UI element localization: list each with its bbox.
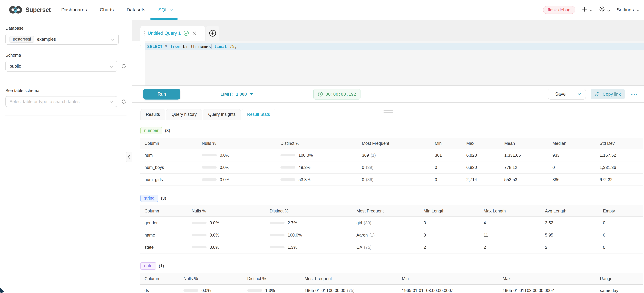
query-tab-untitled-query-1[interactable]: Untitled Query 1 [140,26,205,41]
cell-count: (39) [366,165,374,170]
percent-bar [202,178,217,181]
table-cell: 1,331.65 [504,153,552,158]
table-cell: 100.0% [269,233,356,238]
sql-token [168,44,170,49]
table-cell: 1965-01-01T03:00:00.000Z [502,288,599,293]
cell-count: (36) [366,177,374,182]
south-pane: ResultsQuery historyQuery InsightsResult… [132,109,644,293]
table-select[interactable]: Select table or type to search tables [6,96,117,107]
close-tab-icon[interactable] [192,31,196,35]
theme-menu[interactable] [599,6,610,14]
table-cell: 0 [602,233,643,238]
main-menu: Dashboards Charts Datasets SQL [55,0,180,20]
column-header: Min [434,141,466,146]
limit-dropdown[interactable]: LIMIT: 1 000 [220,92,253,97]
superset-logo-icon [9,6,22,14]
mouse-cursor [0,287,6,293]
percent-bar [280,166,296,168]
brand-name: Superset [26,6,51,14]
table-cell: 0(36) [361,177,434,182]
new-menu[interactable] [582,6,592,14]
resize-drag-handle[interactable] [384,110,393,113]
table-cell: 553.53 [504,177,552,182]
type-badge-row: string(3) [140,195,638,202]
add-query-tab-button[interactable] [206,26,220,41]
column-header: Min [401,276,502,281]
stats-section-date: date(1)ColumnNulls %Distinct %Most Frequ… [140,262,638,293]
column-header: Nulls % [183,276,246,281]
sql-lab-sidebar: Database postgresql examples Schema publ… [0,20,132,293]
sql-code-line: SELECT * from birth_names limit 75; [147,44,237,50]
sql-token: 75 [230,44,234,49]
sql-token: ; [234,44,237,49]
percent-value: 0.0% [210,245,219,250]
percent-bar [202,166,217,168]
stats-section-string: string(3)ColumnNulls %Distinct %Most Fre… [140,195,638,254]
sql-token: from [170,44,180,49]
table-cell: 4 [483,220,544,225]
percent-value: 0.0% [220,153,230,158]
sidebar-divider [6,115,126,116]
cell-count: (1) [370,233,375,238]
tab-query-history[interactable]: Query history [166,109,202,120]
sql-token: * [165,44,168,49]
column-header: Column [140,208,191,214]
cell-count: (75) [364,245,372,250]
timer-value: 00:00:00.192 [326,92,356,97]
run-button[interactable]: Run [143,89,180,100]
top-nav: Superset Dashboards Charts Datasets SQL … [0,0,644,20]
tab-results[interactable]: Results [140,109,165,120]
copy-link-button[interactable]: Copy link [591,89,625,99]
save-options-button[interactable] [573,89,586,99]
collapse-sidebar-button[interactable] [126,152,132,162]
column-header: Column [140,141,201,146]
table-header-row: ColumnNulls %Distinct %Most FrequentMinM… [140,273,643,284]
column-count: (1) [159,264,164,268]
cell-count: (39) [364,220,371,225]
sql-code-editor[interactable]: 1 SELECT * from birth_names limit 75; [132,41,644,86]
table-cell: 0.0% [201,177,280,182]
percent-bar [192,222,206,224]
more-actions-button[interactable] [630,92,638,97]
table-cell: 2 [483,245,544,250]
column-header: Column [140,276,183,281]
percent-value: 0.0% [220,165,230,170]
table-header-row: ColumnNulls %Distinct %Most FrequentMin … [140,205,643,217]
superset-logo[interactable]: Superset [9,6,51,14]
refresh-tables-icon[interactable] [121,99,126,104]
table-cell: girl(39) [356,220,423,225]
refresh-schemas-icon[interactable] [121,64,126,69]
percent-value: 2.7% [288,220,297,225]
schema-select[interactable]: public [6,61,117,72]
table-cell: 5.95 [544,233,602,238]
nav-item-datasets[interactable]: Datasets [120,0,152,20]
percent-bar [270,246,284,248]
nav-item-dashboards[interactable]: Dashboards [55,0,93,20]
environment-tag: flask-debug [543,6,575,14]
save-split-button: Save [548,89,586,100]
table-cell: 0.0% [191,220,269,225]
percent-value: 1.3% [265,288,275,293]
tab-query-insights[interactable]: Query Insights [203,109,241,120]
query-timer: 00:00:00.192 [313,89,361,100]
schema-label: Schema [6,53,126,58]
table-cell: 1,331.36 [599,165,643,170]
database-select[interactable]: postgresql examples [6,34,119,44]
date-type-badge: date [140,262,156,270]
table-cell: name [140,233,191,238]
stats-section-number: number(3)ColumnNulls %Distinct %Most Fre… [140,127,638,186]
cell-value: 0 [362,165,364,170]
nav-item-sql[interactable]: SQL [152,0,180,20]
sql-token [162,44,165,49]
stats-table-date: ColumnNulls %Distinct %Most FrequentMinM… [140,273,643,293]
sql-token [180,44,183,49]
chevron-down-icon [110,98,113,105]
tab-result-stats[interactable]: Result Stats [242,109,275,120]
drag-handle-icon[interactable] [144,31,145,36]
nav-item-charts[interactable]: Charts [93,0,120,20]
save-button[interactable]: Save [548,89,573,99]
settings-menu[interactable]: Settings [617,7,639,12]
percent-value: 0.0% [202,288,211,293]
column-count: (3) [165,128,170,133]
table-cell: 1965-01-01T03:00:00.000Z [401,288,502,293]
